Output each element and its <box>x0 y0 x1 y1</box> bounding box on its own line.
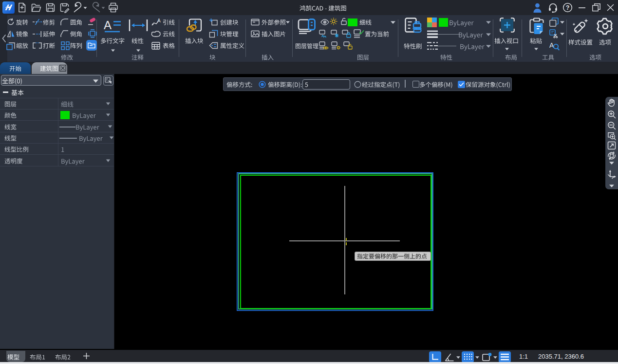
svg-text:A: A <box>157 18 161 23</box>
svg-text:?: ? <box>566 4 570 11</box>
svg-text:A: A <box>104 18 112 32</box>
svg-text:A: A <box>549 41 554 49</box>
